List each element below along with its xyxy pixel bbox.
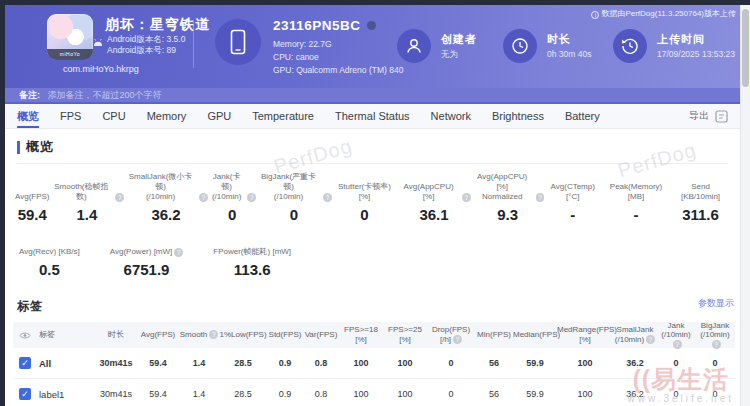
info-icon[interactable]: ? <box>453 335 462 344</box>
android-icon <box>93 38 103 47</box>
creator-value: 无为 <box>441 49 458 61</box>
column-header: Jank (/10min)? <box>657 322 695 349</box>
metric: Peak(Memory) [MB]- <box>601 182 671 223</box>
table-cell: 1.4 <box>179 358 219 368</box>
table-cell: 0.9 <box>267 389 303 399</box>
metric-value: 0.5 <box>39 261 60 278</box>
info-icon[interactable]: ? <box>462 193 471 202</box>
overview-metrics-row1: Avg(FPS)59.4Smooth(稳帧指数)?1.4SmallJank(微小… <box>15 172 730 223</box>
device-memory: Memory: 22.7G <box>273 39 332 49</box>
table-cell: 59.9 <box>513 389 557 399</box>
column-header: Std(FPS) <box>267 330 303 340</box>
info-icon[interactable]: ? <box>712 340 721 349</box>
labels-table-body: ✓All30m41s59.41.428.50.90.810010005659.9… <box>13 348 735 404</box>
tab-bar-tabs: 概览FPSCPUMemoryGPUTemperatureThermal Stat… <box>17 104 600 128</box>
column-header: Median(FPS) <box>513 330 557 340</box>
metric: Send [KB/10min]311.6 <box>671 182 730 223</box>
tab-Network[interactable]: Network <box>431 104 471 128</box>
metric-label: Avg(Recv) [KB/s] <box>19 237 80 257</box>
metric: BigJank(严重卡顿) (/10min)?0 <box>256 172 331 223</box>
metric-label: Smooth(稳帧指数)? <box>50 182 125 202</box>
info-icon[interactable]: ? <box>199 193 208 202</box>
app-package-name: com.miHoYo.hkrpg <box>63 64 139 74</box>
creator-label: 创建者 <box>441 32 477 47</box>
info-icon[interactable]: ? <box>646 335 655 344</box>
visibility-eye-icon[interactable] <box>13 331 37 340</box>
table-cell: 100 <box>383 389 427 399</box>
metric-value: 1.4 <box>76 206 97 223</box>
metric-label: Jank(卡顿) (/10min)? <box>208 172 256 202</box>
column-header: BigJank (/10min)? <box>695 322 735 349</box>
overview-content: PerfDog PerfDog 概览 Avg(FPS)59.4Smooth(稳帧… <box>5 129 740 404</box>
overview-divider <box>17 163 728 164</box>
metric-value: 36.1 <box>419 206 448 223</box>
tab-FPS[interactable]: FPS <box>60 104 81 128</box>
perfdog-report-window: i数据由PerfDog(11.3.250764)版本上传 miHoYo 崩坏：星… <box>0 0 750 406</box>
upload-time-label: 上传时间 <box>657 32 705 47</box>
overview-section-title: 概览 <box>17 138 740 156</box>
export-button[interactable]: 导出 <box>689 109 728 123</box>
info-icon[interactable]: ? <box>209 330 218 339</box>
info-icon[interactable]: ? <box>247 193 256 202</box>
tab-CPU[interactable]: CPU <box>102 104 125 128</box>
info-icon[interactable]: ? <box>115 193 124 202</box>
device-cpu: CPU: canoe <box>273 52 319 62</box>
metric-label: BigJank(严重卡顿) (/10min)? <box>256 172 331 202</box>
table-cell: 36.2 <box>613 358 657 368</box>
table-cell: 0 <box>427 389 475 399</box>
metric-label: Avg(AppCPU) [%] Normalized? <box>471 172 545 202</box>
metric-label: Avg(FPS) <box>15 182 50 202</box>
android-version-code: Android版本号: 89 <box>107 45 176 57</box>
window-edge-top <box>0 0 750 5</box>
remark-bar: 备注: 添加备注，不超过200个字符 <box>5 88 740 104</box>
table-row: ✓All30m41s59.41.428.50.90.810010005659.9… <box>13 348 735 379</box>
metric-value: 311.6 <box>682 206 719 223</box>
vertical-scrollbar[interactable] <box>740 5 750 406</box>
device-name: 23116PN5BC <box>273 18 361 33</box>
app-icon-brand-label: miHoYo <box>47 49 93 60</box>
info-icon[interactable]: ? <box>323 193 332 202</box>
row-label: label1 <box>37 389 95 400</box>
report-icon[interactable] <box>715 110 728 123</box>
metric-value: 9.3 <box>497 206 518 223</box>
column-header: Var(FPS) <box>303 330 339 340</box>
metric: Avg(FPS)59.4 <box>15 182 50 223</box>
metric-value: 0 <box>360 206 368 223</box>
row-checkbox[interactable]: ✓ <box>19 388 31 400</box>
tab-Memory[interactable]: Memory <box>147 104 187 128</box>
metric-label: Avg(CTemp)[°C] <box>544 182 601 202</box>
info-icon[interactable]: ? <box>673 340 682 349</box>
table-cell: 36.2 <box>613 389 657 399</box>
params-display-link[interactable]: 参数显示 <box>698 297 734 310</box>
remark-label: 备注: <box>19 90 40 100</box>
info-icon[interactable]: ? <box>174 248 183 257</box>
row-checkbox[interactable]: ✓ <box>19 357 31 369</box>
tab-Brightness[interactable]: Brightness <box>492 104 544 128</box>
info-icon[interactable]: ? <box>536 193 545 202</box>
report-header: i数据由PerfDog(11.3.250764)版本上传 miHoYo 崩坏：星… <box>5 5 740 88</box>
metric: Avg(Recv) [KB/s]0.5 <box>19 237 80 278</box>
tab-Thermal Status[interactable]: Thermal Status <box>335 104 410 128</box>
clock-icon <box>511 37 529 55</box>
metric-value: - <box>634 206 639 223</box>
phone-icon <box>229 29 247 55</box>
column-header: MedRange(FPS)[%] <box>557 325 613 344</box>
duration-value: 0h 30m 40s <box>547 49 591 59</box>
tab-GPU[interactable]: GPU <box>207 104 231 128</box>
vertical-scrollbar-thumb[interactable] <box>742 9 749 87</box>
remark-input[interactable]: 添加备注，不超过200个字符 <box>48 90 162 100</box>
perfdog-version-note: i数据由PerfDog(11.3.250764)版本上传 <box>591 8 736 19</box>
metric-label: Peak(Memory) [MB] <box>601 182 671 202</box>
metric-label: SmallJank(微小卡顿) (/10min)? <box>124 172 208 202</box>
tab-概览[interactable]: 概览 <box>17 104 39 128</box>
export-label: 导出 <box>689 109 709 123</box>
column-header: 标签 <box>37 330 95 340</box>
overview-metrics-row2: Avg(Recv) [KB/s]0.5Avg(Power) [mW]?6751.… <box>19 237 740 278</box>
tab-Temperature[interactable]: Temperature <box>252 104 314 128</box>
labels-section-header: 标签 参数显示 <box>17 296 728 315</box>
table-cell: 100 <box>383 358 427 368</box>
metric-label: FPower(帧能耗) [mW] <box>213 237 291 257</box>
tab-Battery[interactable]: Battery <box>565 104 600 128</box>
info-circle-icon: i <box>591 11 599 19</box>
column-header: Avg(FPS) <box>137 330 179 340</box>
